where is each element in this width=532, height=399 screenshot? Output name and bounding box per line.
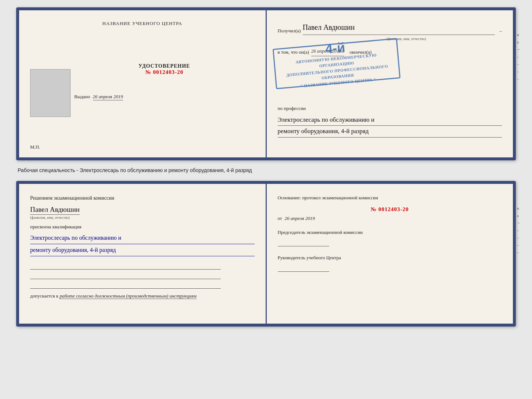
vtom-date: 26 апреля 2019г. — [311, 47, 344, 56]
udostoverenie-block: УДОСТОВЕРЕНИЕ № 0012403-20 — [74, 63, 255, 75]
osnov-date-value: 26 апреля 2019 — [285, 215, 315, 221]
bottom-spine-chars: и а ← – – – – — [517, 206, 521, 254]
chairman-block: Председатель экзаменационной комиссии — [278, 229, 502, 248]
professia-block: по профессии Электрослесарь по обслужива… — [278, 104, 502, 138]
dash-label: – — [500, 26, 502, 35]
ot-label: от — [278, 215, 282, 221]
signature-lines — [30, 262, 255, 289]
vydano-label: Выдано — [74, 94, 90, 99]
bottom-left-page: Решением экзаменационной комиссии Павел … — [19, 184, 267, 324]
bottom-name-sub: (фамилия, имя, отчество) — [30, 215, 255, 220]
poluchil-label: Получил(a) — [278, 26, 301, 35]
vtom-line: в том, что он(а) 26 апреля 2019г. окончи… — [278, 47, 502, 56]
top-booklet: НАЗВАНИЕ УЧЕБНОГО ЦЕНТРА УДОСТОВЕРЕНИЕ №… — [16, 7, 516, 160]
prisvoena-text: присвоена квалификация — [30, 224, 255, 230]
rukov-label: Руководитель учебного Центра — [278, 254, 502, 261]
vtom-label: в том, что он(а) — [278, 48, 309, 56]
rukov-sign — [278, 264, 329, 272]
osnov-number: № 0012403-20 — [278, 206, 502, 213]
photo-placeholder — [30, 69, 71, 117]
stamp-line3: " НАЗВАНИЕ УЧЕБНОГО ЦЕНТРА " — [300, 76, 376, 89]
dopuskaetsya-block: допускается к работе согласно должностны… — [30, 293, 255, 299]
sig-line-1 — [30, 262, 221, 270]
reshenie-title: Решением экзаменационной комиссии — [30, 194, 255, 202]
prof-line2: ремонту оборудования, 4-й разряд — [278, 126, 502, 138]
udostoverenie-number: № 0012403-20 — [74, 69, 255, 75]
mp-label: М.П. — [30, 144, 40, 150]
chairman-label: Председатель экзаменационной комиссии — [278, 229, 502, 236]
recipient-name: Павел Авдюшин — [303, 21, 495, 35]
professia-label: по профессии — [278, 104, 502, 113]
kval-line2: ремонту оборудования, 4-й разряд — [30, 244, 255, 256]
sig-line-3 — [30, 281, 221, 289]
vydano-line: Выдано 26 апреля 2019 — [74, 94, 255, 100]
kval-line1: Электрослесарь по обслуживанию и — [30, 232, 255, 244]
bottom-booklet: Решением экзаменационной комиссии Павел … — [16, 181, 516, 327]
stamp-overlay: 4-й АВТОНОМНУЮ НЕКОММЕРЧЕСКУЮ ОРГАНИЗАЦИ… — [272, 38, 400, 89]
top-right-page: Получил(a) Павел Авдюшин – (фамилия, имя… — [267, 10, 513, 157]
separator-label: Рабочая специальность - Электрослесарь п… — [16, 167, 516, 174]
sig-line-2 — [30, 272, 221, 279]
prof-line1: Электрослесарь по обслуживанию и — [278, 114, 502, 126]
bottom-name: Павел Авдюшин — [30, 206, 80, 215]
separator-text: Рабочая специальность - Электрослесарь п… — [18, 167, 252, 173]
vydano-date: 26 апреля 2019 — [93, 94, 123, 100]
udostoverenie-title: УДОСТОВЕРЕНИЕ — [74, 63, 255, 69]
right-page-content: Получил(a) Павел Авдюшин – (фамилия, имя… — [278, 21, 502, 138]
name-sub-label: (фамилия, имя, отчество) — [311, 36, 502, 42]
stamp-line2: ДОПОЛНИТЕЛЬНОГО ПРОФЕССИОНАЛЬНОГО ОБРАЗО… — [280, 63, 395, 85]
dopusk-label: допускается к — [30, 293, 58, 299]
center-title: НАЗВАНИЕ УЧЕБНОГО ЦЕНТРА — [30, 21, 255, 26]
okonchil-label: окончил(а) — [349, 48, 371, 56]
spine-chars: и а ← – – – – — [517, 32, 521, 81]
osnov-title: Основание: протокол экзаменационной коми… — [278, 194, 502, 202]
rukov-block: Руководитель учебного Центра — [278, 254, 502, 274]
osnov-date: от 26 апреля 2019 — [278, 215, 502, 221]
chairman-sign — [278, 239, 329, 246]
top-left-page: НАЗВАНИЕ УЧЕБНОГО ЦЕНТРА УДОСТОВЕРЕНИЕ №… — [19, 10, 267, 157]
bottom-right-page: Основание: протокол экзаменационной коми… — [267, 184, 513, 324]
dopusk-text: работе согласно должностным (производств… — [60, 293, 196, 299]
poluchil-line: Получил(a) Павел Авдюшин – — [278, 21, 502, 35]
